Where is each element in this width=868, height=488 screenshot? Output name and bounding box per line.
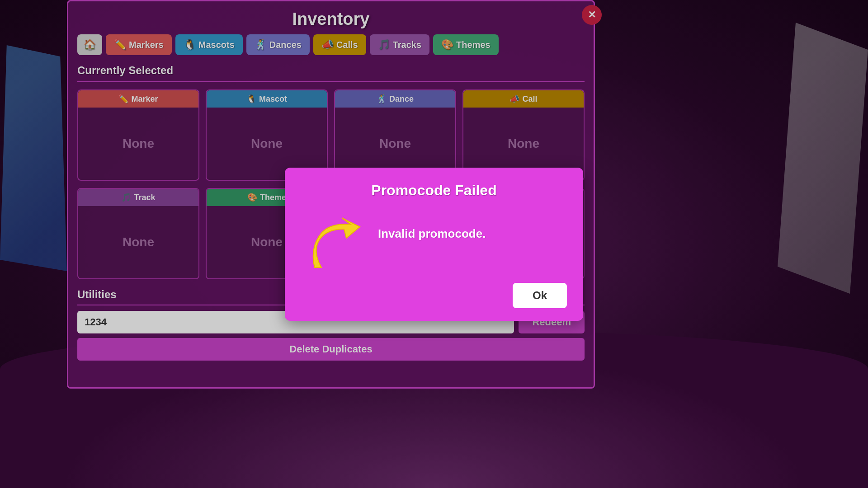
modal-ok-button[interactable]: Ok (513, 283, 567, 308)
modal-title: Promocode Failed (301, 182, 567, 199)
promocode-failed-modal: Promocode Failed Invalid promocode. Ok (285, 168, 583, 321)
modal-message: Invalid promocode. (378, 213, 486, 241)
modal-footer: Ok (301, 283, 567, 308)
modal-overlay: Promocode Failed Invalid promocode. Ok (0, 0, 868, 488)
arrow-icon (301, 213, 369, 272)
modal-content: Invalid promocode. (301, 213, 567, 272)
